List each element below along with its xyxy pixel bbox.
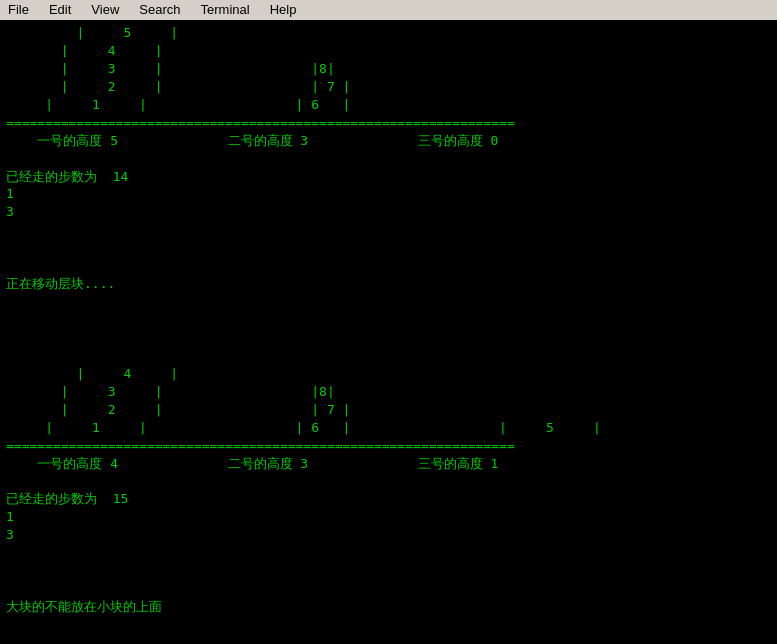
menu-file[interactable]: File xyxy=(4,1,33,19)
menu-view[interactable]: View xyxy=(87,1,123,19)
menubar: File Edit View Search Terminal Help xyxy=(0,0,777,20)
menu-search[interactable]: Search xyxy=(135,1,184,19)
menu-edit[interactable]: Edit xyxy=(45,1,75,19)
menu-help[interactable]: Help xyxy=(266,1,301,19)
terminal-output: | 5 | | 4 | | 3 | |8| | 2 | | 7 | | 1 | … xyxy=(0,20,777,644)
menu-terminal[interactable]: Terminal xyxy=(197,1,254,19)
